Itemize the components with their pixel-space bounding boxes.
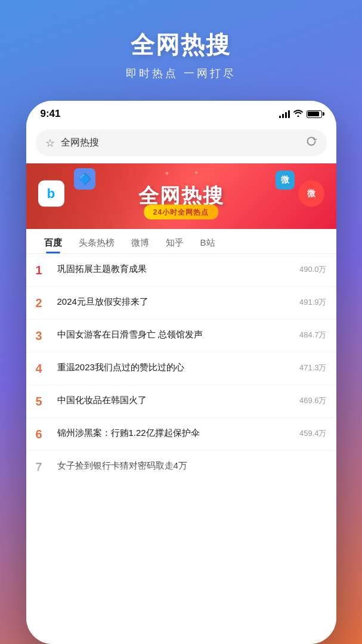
- star-icon: ☆: [45, 137, 55, 150]
- decorations: ✦ ✦: [164, 169, 199, 178]
- tab-toutiao[interactable]: 头条热榜: [70, 231, 123, 253]
- tab-zhihu[interactable]: 知乎: [157, 231, 192, 253]
- news-title: 中国女游客在日滑雪身亡 总领馆发声: [57, 329, 203, 339]
- top-left-icon: 🔷: [74, 168, 95, 190]
- wifi-icon: [293, 109, 303, 119]
- news-item-2[interactable]: 2 2024元旦放假安排来了 491.9万: [26, 287, 336, 320]
- page-subtitle: 即时热点 一网打尽: [126, 66, 236, 80]
- weibo-logo: 微: [298, 181, 324, 207]
- search-text: 全网热搜: [61, 137, 99, 149]
- tab-baidu[interactable]: 百度: [36, 231, 70, 253]
- news-title: 中国化妆品在韩国火了: [57, 395, 147, 405]
- news-rank: 2: [36, 295, 49, 311]
- news-rank: 5: [36, 394, 49, 409]
- banner-subtitle-wrap: 24小时全网热点: [144, 205, 218, 219]
- news-item-5[interactable]: 5 中国化妆品在韩国火了 469.6万: [26, 385, 336, 418]
- news-rank: 6: [36, 426, 49, 442]
- battery-icon: [307, 110, 322, 118]
- tab-bilibili[interactable]: B站: [192, 231, 224, 253]
- news-rank: 4: [36, 361, 49, 376]
- news-count: 484.7万: [291, 328, 327, 340]
- banner-subtitle: 24小时全网热点: [153, 208, 209, 216]
- news-rank: 1: [36, 262, 49, 278]
- status-icons: [279, 109, 322, 119]
- news-list: 1 巩固拓展主题教育成果 490.0万 2 2024元旦放假安排来了 491.9…: [26, 254, 336, 644]
- news-count: 471.3万: [291, 361, 327, 373]
- news-item-4[interactable]: 4 重温2023我们点过的赞比过的心 471.3万: [26, 352, 336, 385]
- bilibili-logo: b: [38, 181, 64, 207]
- news-content: 巩固拓展主题教育成果: [57, 262, 283, 276]
- news-count: 459.4万: [291, 426, 327, 439]
- banner: b 🔷 全网热搜 24小时全网热点 微 微 ✦ ✦: [26, 163, 336, 229]
- news-content: 中国化妆品在韩国火了: [57, 394, 283, 407]
- refresh-icon[interactable]: [305, 135, 317, 150]
- news-item-3[interactable]: 3 中国女游客在日滑雪身亡 总领馆发声 484.7万: [26, 320, 336, 352]
- news-count: 491.9万: [291, 295, 327, 308]
- news-rank: 3: [36, 328, 49, 343]
- status-bar: 9:41: [26, 101, 336, 125]
- bottom-fade: [26, 460, 336, 484]
- news-title: 2024元旦放假安排来了: [57, 296, 148, 306]
- news-content: 2024元旦放假安排来了: [57, 295, 283, 309]
- news-item-1[interactable]: 1 巩固拓展主题教育成果 490.0万: [26, 254, 336, 287]
- tab-weibo[interactable]: 微博: [123, 231, 157, 253]
- page-title: 全网热搜: [126, 29, 236, 61]
- news-title: 锦州涉黑案：行贿1.22亿撑起保护伞: [57, 428, 200, 438]
- status-time: 9:41: [41, 108, 61, 120]
- signal-icon: [279, 110, 290, 118]
- news-content: 锦州涉黑案：行贿1.22亿撑起保护伞: [57, 426, 283, 440]
- news-count: 469.6万: [291, 394, 327, 406]
- search-left: ☆ 全网热搜: [45, 137, 99, 150]
- news-count: 490.0万: [291, 262, 327, 275]
- news-content: 中国女游客在日滑雪身亡 总领馆发声: [57, 328, 283, 342]
- phone-frame: 9:41 ☆ 全网热搜: [26, 101, 336, 644]
- page-header: 全网热搜 即时热点 一网打尽: [126, 0, 236, 95]
- wechat-icon: 微: [276, 171, 295, 190]
- news-item-6[interactable]: 6 锦州涉黑案：行贿1.22亿撑起保护伞 459.4万: [26, 418, 336, 451]
- news-content: 重温2023我们点过的赞比过的心: [57, 361, 283, 374]
- news-title: 重温2023我们点过的赞比过的心: [57, 362, 184, 372]
- tabs: 百度 头条热榜 微博 知乎 B站: [26, 229, 336, 254]
- news-title: 巩固拓展主题教育成果: [57, 264, 147, 274]
- search-bar[interactable]: ☆ 全网热搜: [36, 129, 327, 156]
